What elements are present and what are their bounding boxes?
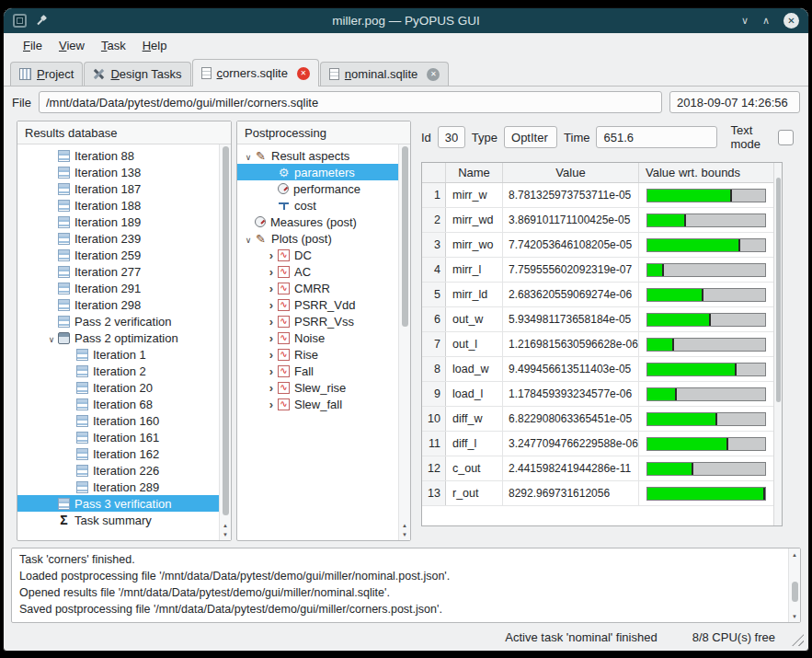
expander-icon[interactable]	[242, 233, 255, 245]
tab[interactable]: corners.sqlite	[192, 59, 319, 87]
tab-close-icon[interactable]	[297, 67, 310, 80]
tree-item[interactable]: Plots (post)	[237, 230, 398, 247]
tree-item[interactable]: AC	[237, 263, 398, 280]
table-row[interactable]: 2 mirr_wd 3.869101171100425e-05	[422, 208, 773, 233]
expander-icon[interactable]	[265, 382, 278, 394]
tab[interactable]: nominal.sqlite	[320, 62, 450, 86]
type-input[interactable]	[504, 126, 557, 148]
id-input[interactable]	[438, 126, 465, 148]
table-row[interactable]: 9 load_l 1.178459393234577e-06	[422, 382, 773, 407]
time-input[interactable]	[596, 126, 717, 148]
table-row[interactable]: 1 mirr_w 8.781325973753711e-05	[422, 183, 773, 208]
scrollbar-thumb[interactable]	[776, 178, 781, 402]
scroll-down-icon[interactable]: ▼	[399, 529, 410, 539]
tab-close-icon[interactable]	[427, 68, 440, 81]
table-row[interactable]: 7 out_l 1.2169815630596628e-06	[422, 332, 773, 357]
tree-item[interactable]: Fall	[237, 363, 398, 379]
scrollbar-thumb[interactable]	[223, 146, 229, 515]
tree-item[interactable]: Rise	[237, 346, 398, 363]
tree-item[interactable]: Iteration 277	[17, 263, 219, 280]
tree-item[interactable]: Iteration 20	[17, 379, 219, 396]
tree-item[interactable]: Iteration 187	[17, 180, 219, 197]
expander-icon[interactable]	[265, 283, 278, 294]
tree-item[interactable]: Iteration 259	[17, 247, 219, 263]
scrollbar-thumb[interactable]	[792, 582, 798, 602]
resize-grip[interactable]	[792, 634, 804, 646]
expander-icon[interactable]	[265, 398, 278, 410]
table-row[interactable]: 3 mirr_wo 7.742053646108205e-05	[422, 233, 773, 258]
app-icon[interactable]	[13, 14, 27, 28]
tree-item[interactable]: Pass 3 verification	[17, 495, 219, 512]
tree-item[interactable]: Measures (post)	[237, 214, 398, 230]
tree-item[interactable]: PSRR_Vdd	[237, 296, 398, 313]
expander-icon[interactable]	[265, 299, 278, 311]
tree-item[interactable]: Iteration 2	[17, 363, 219, 379]
tree-item[interactable]: Iteration 68	[17, 396, 219, 412]
tree-item[interactable]: Pass 2 optimization	[17, 329, 219, 346]
expander-icon[interactable]	[265, 349, 278, 361]
tree-item[interactable]: PSRR_Vss	[237, 313, 398, 329]
results-scrollbar[interactable]: ▲ ▼	[219, 144, 231, 540]
table-row[interactable]: 6 out_w 5.934981173658184e-05	[422, 307, 773, 332]
maximize-button[interactable]: ∧	[762, 16, 770, 26]
expander-icon[interactable]	[265, 316, 278, 328]
tree-item[interactable]: Iteration 88	[17, 147, 219, 164]
tree-item[interactable]: Iteration 188	[17, 197, 219, 214]
scroll-down-icon[interactable]: ▼	[789, 611, 800, 621]
table-row[interactable]: 10 diff_w 6.822908063365451e-05	[422, 407, 773, 432]
tree-item[interactable]: Task summary	[17, 512, 219, 528]
table-scrollbar[interactable]	[773, 163, 782, 525]
scrollbar-thumb[interactable]	[402, 146, 408, 327]
text-mode-checkbox[interactable]	[778, 130, 794, 145]
col-header-value[interactable]: Value	[503, 163, 639, 182]
tree-item[interactable]: Iteration 298	[17, 296, 219, 313]
tree-item[interactable]: Pass 2 verification	[17, 313, 219, 329]
tree-item[interactable]: Iteration 160	[17, 412, 219, 429]
tree-item[interactable]: parameters	[237, 164, 398, 180]
expander-icon[interactable]	[265, 249, 278, 261]
shade-button[interactable]: ∨	[741, 16, 749, 26]
tree-item[interactable]: Slew_rise	[237, 379, 398, 396]
menu-item[interactable]: View	[51, 36, 93, 55]
scroll-up-icon[interactable]: ▲	[789, 549, 800, 560]
table-row[interactable]: 11 diff_l 3.2477094766229588e-06	[422, 432, 773, 456]
col-header-name[interactable]: Name	[446, 163, 503, 182]
expander-icon[interactable]	[45, 332, 58, 344]
postprocessing-scrollbar[interactable]: ▲ ▼	[398, 144, 410, 540]
col-header-bounds[interactable]: Value wrt. bounds	[639, 163, 773, 182]
table-row[interactable]: 4 mirr_l 7.759555602092319e-07	[422, 258, 773, 283]
file-path-input[interactable]	[39, 91, 662, 113]
tree-item[interactable]: Iteration 138	[17, 164, 219, 180]
table-row[interactable]: 13 r_out 8292.969731612056	[422, 481, 773, 506]
menu-item[interactable]: File	[15, 36, 51, 55]
close-window-button[interactable]: ✕	[783, 13, 799, 29]
tab[interactable]: Project	[10, 62, 83, 86]
tree-item[interactable]: Iteration 189	[17, 214, 219, 230]
table-row[interactable]: 5 mirr_ld 2.683620559069274e-06	[422, 283, 773, 307]
file-timestamp-input[interactable]	[669, 91, 800, 113]
log-scrollbar[interactable]: ▲ ▼	[788, 548, 800, 622]
tree-item[interactable]: Result aspects	[237, 147, 398, 164]
tree-item[interactable]: DC	[237, 247, 398, 263]
expander-icon[interactable]	[265, 365, 278, 377]
table-row[interactable]: 12 c_out 2.441598241944286e-11	[422, 456, 773, 481]
tree-item[interactable]: Iteration 289	[17, 479, 219, 495]
tree-item[interactable]: Iteration 291	[17, 280, 219, 296]
expander-icon[interactable]	[265, 332, 278, 344]
menu-item[interactable]: Help	[134, 36, 176, 55]
menu-item[interactable]: Task	[93, 36, 134, 55]
tree-item[interactable]: performance	[237, 180, 398, 197]
table-row[interactable]: 8 load_w 9.499456613511403e-05	[422, 357, 773, 382]
tab[interactable]: Design Tasks	[84, 62, 190, 86]
tree-item[interactable]: Iteration 239	[17, 230, 219, 247]
tree-item[interactable]: Iteration 1	[17, 346, 219, 363]
tree-item[interactable]: Iteration 226	[17, 462, 219, 479]
tree-item[interactable]: Iteration 161	[17, 429, 219, 445]
expander-icon[interactable]	[265, 266, 278, 278]
tree-item[interactable]: Slew_fall	[237, 396, 398, 412]
pin-icon[interactable]	[36, 15, 48, 27]
tree-item[interactable]: CMRR	[237, 280, 398, 296]
expander-icon[interactable]	[242, 150, 255, 162]
tree-item[interactable]: cost	[237, 197, 398, 214]
scroll-down-icon[interactable]: ▼	[220, 529, 231, 539]
